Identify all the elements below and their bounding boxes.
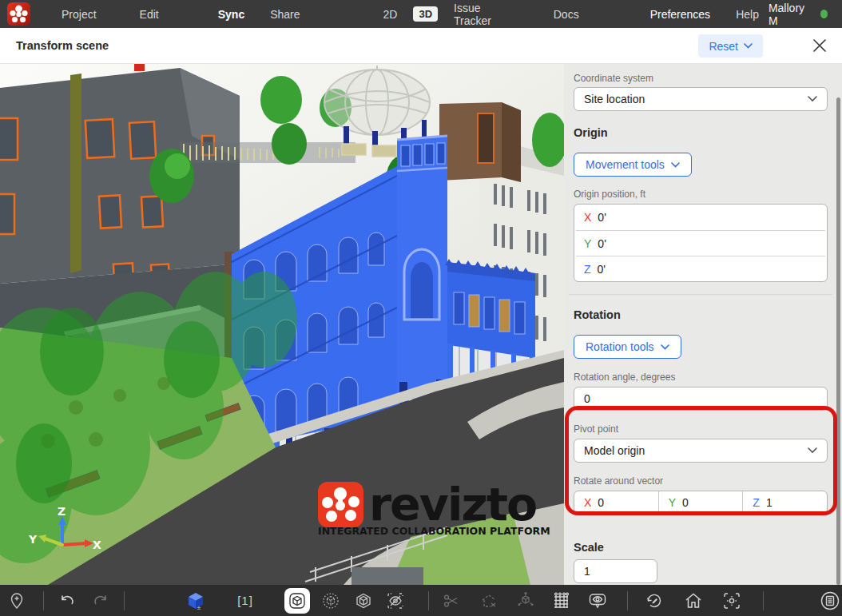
viewpoint-comment-icon[interactable] <box>586 589 610 613</box>
chevron-down-icon <box>671 162 680 168</box>
origin-z-field[interactable]: Z 0' <box>576 256 825 281</box>
toggle-3d-active[interactable]: 3D <box>413 6 438 22</box>
axis-y-label: Y <box>669 496 676 509</box>
pivot-point-value: Model origin <box>584 444 645 457</box>
undo-icon[interactable] <box>55 589 79 613</box>
svg-text:X: X <box>93 539 101 551</box>
online-status-dot <box>820 10 828 18</box>
origin-y-value: 0' <box>598 237 606 250</box>
menu-preferences[interactable]: Preferences <box>641 8 720 21</box>
toolbar-divider <box>627 591 628 610</box>
origin-section-title: Origin <box>574 126 828 139</box>
hide-object-icon[interactable] <box>383 589 407 613</box>
origin-x-field[interactable]: X 0' <box>574 205 827 230</box>
rotate-vector-fields: X 0 Y 0 Z 1 <box>574 491 828 515</box>
reset-button[interactable]: Reset <box>698 34 763 58</box>
clip-scissors-icon[interactable] <box>439 589 463 613</box>
bottom-toolbar: ± [1] <box>0 585 842 616</box>
chevron-down-icon <box>661 344 669 350</box>
svg-text:INTEGRATED COLLABORATION PLATF: INTEGRATED COLLABORATION PLATFORM <box>318 525 550 537</box>
menu-share[interactable]: Share <box>260 8 309 21</box>
revizto-logo-icon[interactable] <box>7 2 30 26</box>
menu-help[interactable]: Help <box>726 8 769 21</box>
dialog-title: Transform scene <box>16 39 109 52</box>
origin-x-value: 0' <box>598 211 606 224</box>
ghost-cube-icon[interactable] <box>319 589 343 613</box>
scale-section-title: Scale <box>574 541 828 554</box>
vector-x-value: 0 <box>598 496 604 509</box>
top-menu-bar: Project Edit Sync Share 2D 3D Issue Trac… <box>0 0 842 28</box>
redo-icon[interactable] <box>89 589 113 613</box>
menu-edit[interactable]: Edit <box>130 8 169 21</box>
3d-scene: revizto INTEGRATED COLLABORATION PLATFOR… <box>0 64 564 585</box>
scale-value: 1 <box>584 565 590 578</box>
panel-scrollbar[interactable] <box>836 97 840 585</box>
vector-x-field[interactable]: X 0 <box>574 491 658 514</box>
svg-text:Z: Z <box>58 505 66 518</box>
colored-cube-icon[interactable]: ± <box>184 589 208 613</box>
focus-icon[interactable] <box>720 589 744 613</box>
move-object-icon[interactable] <box>514 589 538 613</box>
chevron-down-icon <box>808 96 817 102</box>
coordinate-system-value: Site location <box>584 93 645 105</box>
vector-y-value: 0 <box>682 496 689 509</box>
report-icon[interactable] <box>818 589 842 613</box>
3d-viewport[interactable]: revizto INTEGRATED COLLABORATION PLATFOR… <box>0 64 564 585</box>
isolate-cube-icon[interactable] <box>284 588 310 614</box>
vector-z-field[interactable]: Z 1 <box>742 491 827 514</box>
rotation-angle-label: Rotation angle, degrees <box>574 372 828 383</box>
menu-project[interactable]: Project <box>52 8 106 21</box>
toolbar-divider <box>43 591 44 610</box>
svg-text:Y: Y <box>28 533 38 546</box>
vector-z-value: 1 <box>766 496 772 509</box>
revizto-watermark: revizto INTEGRATED COLLABORATION PLATFOR… <box>318 478 550 537</box>
axis-x-label: X <box>584 211 591 224</box>
solid-cube-icon[interactable] <box>351 589 375 613</box>
section-divider <box>569 294 832 295</box>
scale-input[interactable]: 1 <box>574 559 657 583</box>
coordinate-system-select[interactable]: Site location <box>574 87 828 111</box>
section-house-icon[interactable] <box>477 589 501 613</box>
axis-z-label: Z <box>584 263 591 276</box>
menu-issue-tracker[interactable]: Issue Tracker <box>444 2 522 27</box>
movement-tools-button[interactable]: Movement tools <box>574 153 692 177</box>
rotation-angle-value: 0 <box>584 392 590 405</box>
grid-icon[interactable] <box>549 589 573 613</box>
camera-index[interactable]: [1] <box>233 589 257 613</box>
transform-scene-panel: Coordinate system Site location Origin M… <box>564 64 842 585</box>
appearance-reset-icon[interactable] <box>642 589 666 613</box>
add-location-icon[interactable] <box>5 589 29 613</box>
rotation-tools-button[interactable]: Rotation tools <box>574 335 681 359</box>
close-icon[interactable] <box>810 36 829 55</box>
origin-y-field[interactable]: Y 0' <box>576 230 825 256</box>
toggle-2d[interactable]: 2D <box>374 8 407 21</box>
menu-sync[interactable]: Sync <box>209 8 254 21</box>
rotation-angle-input[interactable]: 0 <box>574 387 828 411</box>
toolbar-divider <box>428 591 429 610</box>
rotation-section-title: Rotation <box>574 308 828 321</box>
home-icon[interactable] <box>681 589 705 613</box>
svg-text:±: ± <box>197 605 201 610</box>
rotate-around-vector-label: Rotate around vector <box>574 475 828 487</box>
axis-z-label: Z <box>753 496 760 509</box>
pivot-point-label: Pivot point <box>574 423 828 435</box>
axis-y-label: Y <box>584 237 591 250</box>
toolbar-divider <box>763 591 764 610</box>
toolbar-divider <box>124 591 125 610</box>
axis-x-label: X <box>584 496 591 509</box>
menu-docs[interactable]: Docs <box>544 8 589 21</box>
coordinate-system-label: Coordinate system <box>574 64 828 84</box>
user-name: Mallory M <box>769 2 809 27</box>
vector-y-field[interactable]: Y 0 <box>658 491 743 514</box>
origin-z-value: 0' <box>598 263 606 276</box>
chevron-down-icon <box>744 43 753 49</box>
origin-position-label: Origin position, ft <box>574 189 828 200</box>
transform-scene-header: Transform scene Reset <box>0 28 842 64</box>
pivot-point-select[interactable]: Model origin <box>574 439 828 463</box>
user-menu[interactable]: Mallory M <box>769 2 828 27</box>
svg-text:revizto: revizto <box>369 478 536 531</box>
chevron-down-icon <box>808 447 817 454</box>
origin-position-fields: X 0' Y 0' Z 0' <box>574 204 828 282</box>
